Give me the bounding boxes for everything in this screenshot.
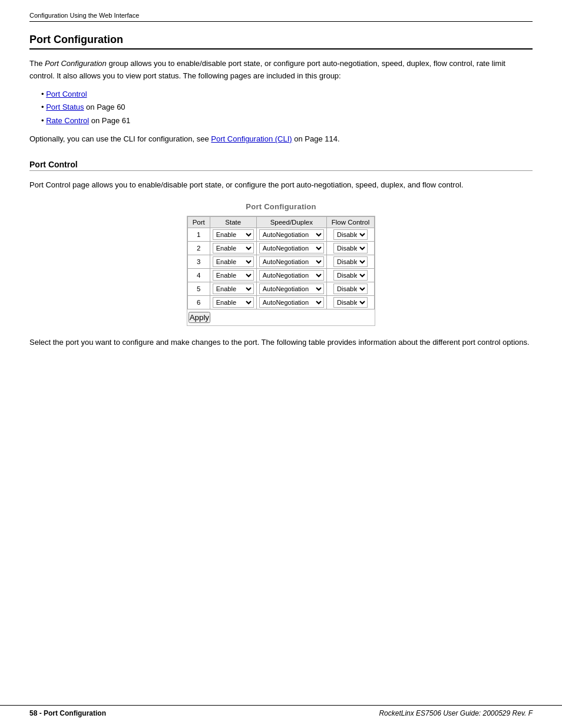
speed-select[interactable]: AutoNegotiation10M Half10M Full100M Half… xyxy=(259,297,324,308)
flow-select[interactable]: DisableEnable xyxy=(333,270,368,281)
state-select[interactable]: EnableDisable xyxy=(213,297,254,308)
state-select[interactable]: EnableDisable xyxy=(213,243,254,253)
col-header-flow: Flow Control xyxy=(326,216,375,228)
flow-select[interactable]: DisableEnable xyxy=(333,229,368,240)
speed-select[interactable]: AutoNegotiation10M Half10M Full100M Half… xyxy=(259,243,324,253)
flow-cell: DisableEnable xyxy=(326,228,375,241)
port-config-heading: Port Configuration xyxy=(246,202,316,211)
port-number: 1 xyxy=(187,228,210,241)
speed-cell: AutoNegotiation10M Half10M Full100M Half… xyxy=(256,295,326,309)
port-number: 6 xyxy=(187,295,210,309)
intro-paragraph: The Port Configuration group allows you … xyxy=(29,58,533,83)
flow-cell: DisableEnable xyxy=(326,241,375,255)
state-cell: EnableDisable xyxy=(210,295,256,309)
col-header-state: State xyxy=(210,216,256,228)
follow-up-text: Select the port you want to configure an… xyxy=(29,337,533,349)
state-cell: EnableDisable xyxy=(210,282,256,295)
table-row: 4EnableDisableAutoNegotiation10M Half10M… xyxy=(187,268,375,282)
speed-select[interactable]: AutoNegotiation10M Half10M Full100M Half… xyxy=(259,270,324,281)
subsection-description: Port Control page allows you to enable/d… xyxy=(29,179,533,192)
table-row: 5EnableDisableAutoNegotiation10M Half10M… xyxy=(187,282,375,295)
speed-cell: AutoNegotiation10M Half10M Full100M Half… xyxy=(256,255,326,268)
port-config-table-wrapper: Port State Speed/Duplex Flow Control 1En… xyxy=(187,216,376,326)
list-item: Rate Control on Page 61 xyxy=(41,115,533,127)
flow-select[interactable]: DisableEnable xyxy=(333,284,368,294)
speed-select[interactable]: AutoNegotiation10M Half10M Full100M Half… xyxy=(259,256,324,267)
port-number: 5 xyxy=(187,282,210,295)
flow-cell: DisableEnable xyxy=(326,282,375,295)
rate-control-link[interactable]: Rate Control xyxy=(46,116,89,125)
table-row: 6EnableDisableAutoNegotiation10M Half10M… xyxy=(187,295,375,309)
subsection-title: Port Control xyxy=(29,160,533,169)
table-row: 1EnableDisableAutoNegotiation10M Half10M… xyxy=(187,228,375,241)
port-control-link[interactable]: Port Control xyxy=(46,90,87,98)
footer-left: 58 - Port Configuration xyxy=(29,709,106,717)
apply-row: Apply xyxy=(187,309,375,325)
port-number: 4 xyxy=(187,268,210,282)
port-config-section: Port Configuration Port State Speed/Dupl… xyxy=(29,202,533,326)
state-cell: EnableDisable xyxy=(210,228,256,241)
table-row: 3EnableDisableAutoNegotiation10M Half10M… xyxy=(187,255,375,268)
page-footer: 58 - Port Configuration RocketLinx ES750… xyxy=(0,705,562,717)
bullet-list: Port Control Port Status on Page 60 Rate… xyxy=(41,88,533,127)
footer-right: RocketLinx ES7506 User Guide: 2000529 Re… xyxy=(379,709,533,717)
port-number: 2 xyxy=(187,241,210,255)
list-item: Port Status on Page 60 xyxy=(41,101,533,114)
state-cell: EnableDisable xyxy=(210,241,256,255)
speed-select[interactable]: AutoNegotiation10M Half10M Full100M Half… xyxy=(259,229,324,240)
flow-cell: DisableEnable xyxy=(326,255,375,268)
flow-select[interactable]: DisableEnable xyxy=(333,297,368,308)
state-cell: EnableDisable xyxy=(210,255,256,268)
state-select[interactable]: EnableDisable xyxy=(213,229,254,240)
state-select[interactable]: EnableDisable xyxy=(213,270,254,281)
speed-select[interactable]: AutoNegotiation10M Half10M Full100M Half… xyxy=(259,284,324,294)
flow-cell: DisableEnable xyxy=(326,295,375,309)
table-row: 2EnableDisableAutoNegotiation10M Half10M… xyxy=(187,241,375,255)
port-number: 3 xyxy=(187,255,210,268)
optional-text: Optionally, you can use the CLI for conf… xyxy=(29,133,533,146)
port-status-link[interactable]: Port Status xyxy=(46,103,84,111)
speed-cell: AutoNegotiation10M Half10M Full100M Half… xyxy=(256,282,326,295)
col-header-port: Port xyxy=(187,216,210,228)
col-header-speed: Speed/Duplex xyxy=(256,216,326,228)
flow-select[interactable]: DisableEnable xyxy=(333,243,368,253)
state-select[interactable]: EnableDisable xyxy=(213,284,254,294)
breadcrumb: Configuration Using the Web Interface xyxy=(29,12,533,22)
flow-select[interactable]: DisableEnable xyxy=(333,256,368,267)
state-cell: EnableDisable xyxy=(210,268,256,282)
list-item: Port Control xyxy=(41,88,533,101)
speed-cell: AutoNegotiation10M Half10M Full100M Half… xyxy=(256,241,326,255)
speed-cell: AutoNegotiation10M Half10M Full100M Half… xyxy=(256,228,326,241)
port-config-cli-link[interactable]: Port Configuration (CLI) xyxy=(211,134,292,143)
apply-button[interactable]: Apply xyxy=(189,312,210,323)
speed-cell: AutoNegotiation10M Half10M Full100M Half… xyxy=(256,268,326,282)
page-title: Port Configuration xyxy=(29,34,533,46)
title-divider xyxy=(29,48,533,50)
subsection-divider xyxy=(29,170,533,171)
flow-cell: DisableEnable xyxy=(326,268,375,282)
port-config-table: Port State Speed/Duplex Flow Control 1En… xyxy=(187,216,375,309)
state-select[interactable]: EnableDisable xyxy=(213,256,254,267)
